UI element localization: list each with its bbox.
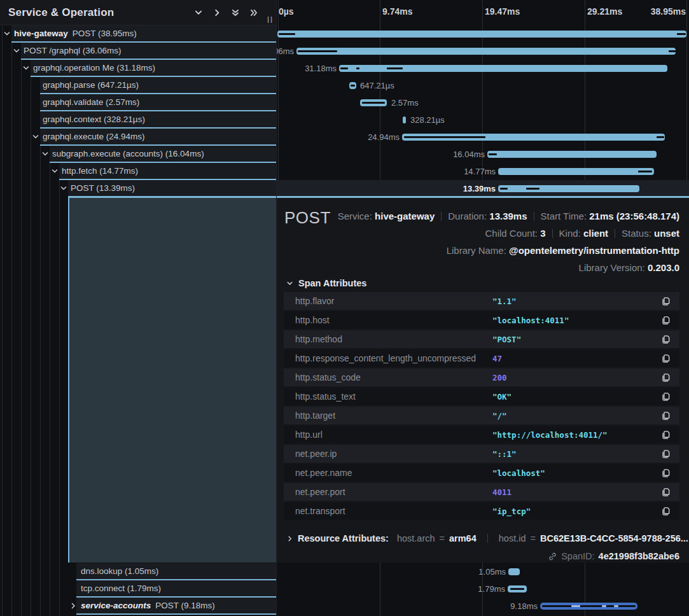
tree-row-graphql-context[interactable]: graphql.context (328.21µs) <box>40 111 276 129</box>
ruler-tick-label: 29.21ms <box>587 6 622 17</box>
chevron-right-icon[interactable] <box>69 602 77 610</box>
tree-row-graphql-validate[interactable]: graphql.validate (2.57ms) <box>40 94 276 111</box>
timeline-row: 24.94ms <box>276 129 689 146</box>
span-bar[interactable] <box>498 168 654 175</box>
expand-all-icon[interactable] <box>249 8 258 17</box>
span-id-label: SpanID: <box>561 551 594 561</box>
attribute-value: "localhost:4011" <box>492 316 661 325</box>
chevron-down-icon[interactable] <box>51 167 59 175</box>
child-count-value: 3 <box>540 228 545 239</box>
copy-icon[interactable] <box>661 354 671 363</box>
tree-row-http-fetch[interactable]: http.fetch (14.77ms) <box>59 163 276 180</box>
timeline-row: 647.21µs <box>276 77 689 94</box>
duration-value: 13.39ms <box>489 211 527 221</box>
detail-meta-line-2: Child Count: 3Kind: clientStatus: unset <box>485 228 679 239</box>
attribute-value: 200 <box>492 373 661 382</box>
copy-icon[interactable] <box>661 373 671 382</box>
span-attributes-header[interactable]: Span Attributes <box>286 278 366 288</box>
resource-key: host.arch <box>397 533 435 543</box>
tree-row-dns-lookup[interactable]: dns.lookup (1.05ms) <box>76 563 276 580</box>
chevron-down-icon[interactable] <box>22 64 30 72</box>
attribute-key: http.response_content_length_uncompresse… <box>295 353 492 363</box>
panel-title: Service & Operation <box>0 6 114 19</box>
copy-icon[interactable] <box>661 316 671 325</box>
copy-icon[interactable] <box>661 430 671 440</box>
attribute-key: http.url <box>295 430 492 440</box>
span-id-row: SpanID: 4e21998f3b82abe6 <box>548 551 679 561</box>
span-bar[interactable] <box>403 116 406 123</box>
copy-icon[interactable] <box>661 487 671 497</box>
span-label: graphql.context (328.21µs) <box>43 115 145 124</box>
tree-row-tcp-connect[interactable]: tcp.connect (1.79ms) <box>76 580 276 598</box>
expand-one-icon[interactable] <box>212 8 221 17</box>
tree-row-service-accounts-post[interactable]: service-accounts POST (9.18ms) <box>76 598 276 615</box>
copy-icon[interactable] <box>661 507 671 516</box>
panel-resize-handle[interactable]: || <box>267 15 274 23</box>
attribute-key: http.status_code <box>295 372 492 382</box>
span-bar[interactable] <box>508 585 527 592</box>
span-bar[interactable] <box>498 185 639 192</box>
span-bar[interactable] <box>508 568 520 575</box>
attribute-row: http.method "POST" <box>284 330 679 348</box>
timeline-row: 36.06ms <box>276 43 689 60</box>
span-bar[interactable] <box>296 48 676 55</box>
resource-attributes-row[interactable]: Resource Attributes: host.arch = arm64 h… <box>286 533 688 543</box>
span-label: subgraph.execute (accounts) (16.04ms) <box>52 149 204 158</box>
chevron-down-icon[interactable] <box>60 185 67 192</box>
chevron-down-icon[interactable] <box>13 47 20 55</box>
service-value: hive-gateway <box>375 211 435 221</box>
copy-icon[interactable] <box>661 335 671 344</box>
panel-splitter[interactable] <box>276 0 277 616</box>
timeline-row: 328.21µs <box>276 111 689 129</box>
span-bar-service-accounts[interactable] <box>540 603 637 610</box>
span-label: POST (9.18ms) <box>155 601 215 610</box>
timeline-row-selected: 13.39ms <box>276 180 689 197</box>
chevron-down-icon[interactable] <box>3 30 11 38</box>
chevron-right-icon <box>286 535 293 542</box>
copy-icon[interactable] <box>661 468 671 478</box>
collapse-one-icon[interactable] <box>194 8 203 17</box>
collapse-all-icon[interactable] <box>231 8 240 17</box>
tree-row-graphql-parse[interactable]: graphql.parse (647.21µs) <box>40 77 276 94</box>
attribute-value: "POST" <box>492 335 661 344</box>
attribute-value: "1.1" <box>492 297 661 306</box>
copy-icon[interactable] <box>661 449 671 459</box>
tree-row-subgraph-execute[interactable]: subgraph.execute (accounts) (16.04ms) <box>50 146 276 163</box>
span-detail-panel: POST Service: hive-gatewayDuration: 13.3… <box>276 198 689 563</box>
copy-icon[interactable] <box>661 392 671 402</box>
detail-meta-line-4: Library Version: 0.203.0 <box>579 262 679 273</box>
library-version-value: 0.203.0 <box>648 262 679 273</box>
attribute-value: "/" <box>492 411 661 421</box>
attribute-row: http.target "/" <box>284 407 679 424</box>
copy-icon[interactable] <box>661 297 671 306</box>
span-bar[interactable] <box>349 82 356 89</box>
timeline-panel: 0µs 9.74ms 19.47ms 29.21ms 38.95ms 36.06… <box>276 0 689 197</box>
timeline-row: 31.18ms <box>276 60 689 77</box>
chevron-down-icon[interactable] <box>32 133 39 141</box>
duration-label: 328.21µs <box>410 115 445 125</box>
attribute-row: net.transport "ip_tcp" <box>284 502 679 520</box>
tree-row-graphql-execute[interactable]: graphql.execute (24.94ms) <box>40 129 276 146</box>
service-name: service-accounts <box>81 601 151 610</box>
tree-row-graphql-operation[interactable]: graphql.operation Me (31.18ms) <box>31 60 276 77</box>
tree-row-hive-gateway-post[interactable]: hive-gateway POST (38.95ms) <box>11 25 276 43</box>
span-label: graphql.parse (647.21µs) <box>43 80 139 90</box>
duration-label: 9.18ms <box>510 601 538 611</box>
timeline-row: 9.18ms <box>276 598 689 615</box>
span-bar[interactable] <box>277 31 686 38</box>
duration-label: 14.77ms <box>464 167 496 176</box>
copy-icon[interactable] <box>661 411 671 421</box>
tree-row-post-graphql[interactable]: POST /graphql (36.06ms) <box>21 43 276 60</box>
tree-row-post-selected[interactable]: POST (13.39ms) <box>68 180 276 197</box>
duration-label: 647.21µs <box>360 81 394 90</box>
span-bar[interactable] <box>487 151 657 158</box>
attribute-key: http.method <box>295 334 492 344</box>
span-bar[interactable] <box>360 99 387 106</box>
span-bar[interactable] <box>402 134 665 141</box>
link-icon[interactable] <box>548 552 557 561</box>
attribute-value: 47 <box>492 354 661 363</box>
span-bar[interactable] <box>339 65 667 72</box>
kind-value: client <box>583 228 608 239</box>
span-attributes-table: http.flavor "1.1" http.host "localhost:4… <box>284 292 679 521</box>
chevron-down-icon[interactable] <box>41 150 49 158</box>
